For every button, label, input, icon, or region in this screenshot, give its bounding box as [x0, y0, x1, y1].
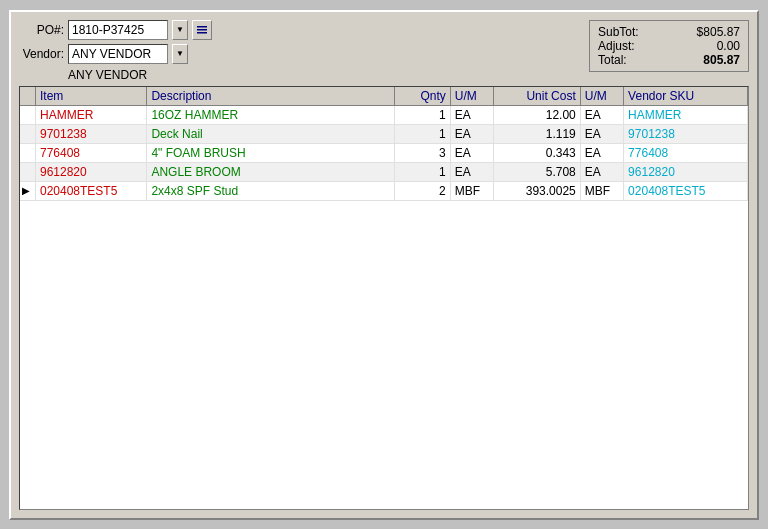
main-window: PO#: ▼ Vendor: ▼ ANY VENDOR — [9, 10, 759, 520]
adjust-label: Adjust: — [598, 39, 635, 53]
vendor-label: Vendor: — [19, 47, 64, 61]
svg-rect-2 — [197, 32, 207, 34]
row-desc: ANGLE BROOM — [147, 162, 395, 181]
po-label: PO#: — [19, 23, 64, 37]
row-um: MBF — [450, 181, 493, 200]
vendor-row: Vendor: ▼ — [19, 44, 212, 64]
total-value: 805.87 — [680, 53, 740, 67]
row-um: EA — [450, 124, 493, 143]
table-row[interactable]: 9612820ANGLE BROOM1EA5.708EA9612820 — [20, 162, 748, 181]
row-desc: 16OZ HAMMER — [147, 105, 395, 124]
row-item: 9701238 — [35, 124, 146, 143]
svg-rect-0 — [197, 26, 207, 28]
items-table: Item Description Qnty U/M Unit Cost U/M … — [20, 87, 748, 201]
header-area: PO#: ▼ Vendor: ▼ ANY VENDOR — [19, 20, 749, 82]
col-um2-header: U/M — [580, 87, 623, 106]
table-container: Item Description Qnty U/M Unit Cost U/M … — [19, 86, 749, 510]
table-row[interactable]: ▶020408TEST52x4x8 SPF Stud2MBF393.0025MB… — [20, 181, 748, 200]
row-um2: MBF — [580, 181, 623, 200]
list-icon — [196, 24, 208, 36]
po-icon-btn[interactable] — [192, 20, 212, 40]
col-unitcost-header: Unit Cost — [494, 87, 581, 106]
row-desc: 4" FOAM BRUSH — [147, 143, 395, 162]
col-um-header: U/M — [450, 87, 493, 106]
row-sku: 020408TEST5 — [624, 181, 748, 200]
table-body: HAMMER16OZ HAMMER1EA12.00EAHAMMER9701238… — [20, 105, 748, 200]
col-qty-header: Qnty — [395, 87, 451, 106]
vendor-dropdown-btn[interactable]: ▼ — [172, 44, 188, 64]
row-item: 9612820 — [35, 162, 146, 181]
row-arrow — [20, 162, 35, 181]
row-item: 776408 — [35, 143, 146, 162]
row-desc: Deck Nail — [147, 124, 395, 143]
row-um: EA — [450, 162, 493, 181]
row-um2: EA — [580, 124, 623, 143]
row-sku: HAMMER — [624, 105, 748, 124]
po-dropdown-btn[interactable]: ▼ — [172, 20, 188, 40]
subtot-label: SubTot: — [598, 25, 639, 39]
col-item-header: Item — [35, 87, 146, 106]
subtot-row: SubTot: $805.87 — [598, 25, 740, 39]
vendor-input[interactable] — [68, 44, 168, 64]
row-sku: 776408 — [624, 143, 748, 162]
vendor-name-display: ANY VENDOR — [68, 68, 212, 82]
row-um: EA — [450, 143, 493, 162]
row-um2: EA — [580, 162, 623, 181]
row-arrow — [20, 105, 35, 124]
row-arrow — [20, 143, 35, 162]
row-unitcost: 5.708 — [494, 162, 581, 181]
header-left: PO#: ▼ Vendor: ▼ ANY VENDOR — [19, 20, 212, 82]
row-unitcost: 0.343 — [494, 143, 581, 162]
table-row[interactable]: HAMMER16OZ HAMMER1EA12.00EAHAMMER — [20, 105, 748, 124]
row-item: 020408TEST5 — [35, 181, 146, 200]
row-desc: 2x4x8 SPF Stud — [147, 181, 395, 200]
row-um: EA — [450, 105, 493, 124]
svg-rect-1 — [197, 29, 207, 31]
adjust-value: 0.00 — [680, 39, 740, 53]
row-arrow — [20, 124, 35, 143]
row-unitcost: 12.00 — [494, 105, 581, 124]
row-item: HAMMER — [35, 105, 146, 124]
table-row[interactable]: 9701238Deck Nail1EA1.119EA9701238 — [20, 124, 748, 143]
po-row: PO#: ▼ — [19, 20, 212, 40]
row-sku: 9701238 — [624, 124, 748, 143]
row-unitcost: 393.0025 — [494, 181, 581, 200]
table-row[interactable]: 7764084" FOAM BRUSH3EA0.343EA776408 — [20, 143, 748, 162]
row-arrow: ▶ — [20, 181, 35, 200]
po-input[interactable] — [68, 20, 168, 40]
row-um2: EA — [580, 143, 623, 162]
total-label: Total: — [598, 53, 627, 67]
subtot-value: $805.87 — [680, 25, 740, 39]
col-arrow — [20, 87, 35, 106]
col-desc-header: Description — [147, 87, 395, 106]
row-sku: 9612820 — [624, 162, 748, 181]
row-qty: 1 — [395, 162, 451, 181]
table-header-row: Item Description Qnty U/M Unit Cost U/M … — [20, 87, 748, 106]
row-um2: EA — [580, 105, 623, 124]
summary-box: SubTot: $805.87 Adjust: 0.00 Total: 805.… — [589, 20, 749, 72]
row-qty: 1 — [395, 124, 451, 143]
col-sku-header: Vendor SKU — [624, 87, 748, 106]
row-qty: 2 — [395, 181, 451, 200]
total-row: Total: 805.87 — [598, 53, 740, 67]
row-qty: 3 — [395, 143, 451, 162]
row-unitcost: 1.119 — [494, 124, 581, 143]
adjust-row: Adjust: 0.00 — [598, 39, 740, 53]
row-qty: 1 — [395, 105, 451, 124]
